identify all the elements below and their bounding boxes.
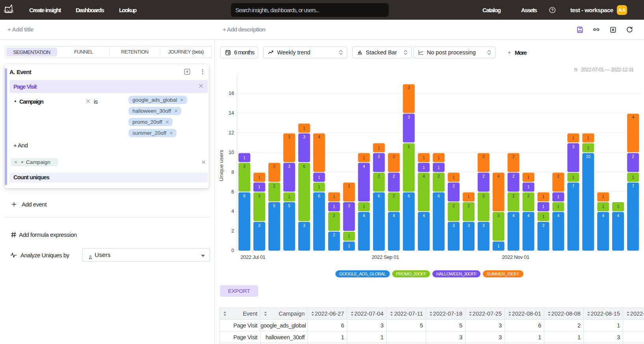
svg-text:5: 5 — [408, 145, 410, 149]
svg-text:3: 3 — [303, 223, 305, 228]
svg-text:8: 8 — [231, 169, 234, 175]
svg-text:2: 2 — [273, 184, 275, 188]
svg-text:2: 2 — [452, 204, 455, 208]
svg-text:1: 1 — [423, 165, 425, 170]
svg-text:3: 3 — [303, 135, 305, 139]
svg-text:1: 1 — [258, 185, 261, 189]
svg-text:2022 Jul 01: 2022 Jul 01 — [240, 254, 265, 260]
svg-text:2: 2 — [437, 174, 440, 179]
svg-text:5: 5 — [273, 204, 275, 208]
svg-text:1: 1 — [348, 234, 350, 238]
svg-text:1: 1 — [572, 175, 575, 180]
svg-text:3: 3 — [467, 223, 470, 228]
svg-text:1: 1 — [437, 156, 440, 160]
svg-text:1: 1 — [452, 175, 455, 180]
svg-text:0: 0 — [231, 248, 234, 253]
svg-text:2: 2 — [231, 228, 234, 234]
svg-text:2: 2 — [393, 194, 395, 198]
svg-text:4: 4 — [527, 214, 530, 218]
svg-text:7: 7 — [632, 184, 634, 188]
svg-text:1: 1 — [423, 156, 425, 160]
svg-text:4: 4 — [557, 214, 560, 218]
svg-text:1: 1 — [527, 185, 530, 189]
svg-text:1: 1 — [632, 175, 634, 180]
svg-text:10: 10 — [229, 150, 234, 155]
svg-text:14: 14 — [229, 110, 234, 116]
svg-text:1: 1 — [258, 175, 261, 180]
svg-text:3: 3 — [542, 223, 545, 228]
svg-text:1: 1 — [363, 205, 365, 209]
svg-text:2: 2 — [512, 194, 515, 198]
svg-text:1: 1 — [378, 146, 380, 150]
svg-text:3: 3 — [348, 204, 350, 208]
svg-text:2: 2 — [333, 233, 335, 237]
svg-text:1: 1 — [617, 205, 619, 209]
svg-text:4: 4 — [423, 174, 425, 179]
svg-text:1: 1 — [437, 165, 440, 170]
svg-text:3: 3 — [482, 194, 485, 198]
svg-text:4: 4 — [423, 214, 425, 218]
svg-text:16: 16 — [229, 91, 234, 96]
svg-text:3: 3 — [288, 164, 290, 169]
svg-text:1: 1 — [363, 156, 365, 160]
svg-text:3: 3 — [452, 223, 455, 228]
svg-text:Unique users: Unique users — [218, 150, 224, 181]
svg-text:4: 4 — [363, 214, 365, 218]
svg-text:1: 1 — [288, 195, 290, 199]
svg-text:6: 6 — [303, 164, 305, 169]
svg-text:1: 1 — [318, 175, 320, 180]
svg-text:2: 2 — [482, 154, 485, 159]
svg-text:2: 2 — [482, 174, 485, 179]
svg-text:2: 2 — [527, 194, 530, 198]
svg-text:4: 4 — [318, 135, 320, 139]
svg-text:3: 3 — [288, 135, 290, 139]
svg-text:1: 1 — [527, 175, 530, 180]
svg-text:1: 1 — [542, 214, 545, 219]
svg-text:3: 3 — [497, 214, 500, 218]
svg-text:1: 1 — [303, 126, 305, 130]
svg-text:6: 6 — [231, 189, 234, 195]
svg-text:2: 2 — [348, 184, 350, 188]
svg-text:4: 4 — [617, 214, 619, 218]
svg-text:1: 1 — [467, 195, 470, 199]
svg-text:3: 3 — [572, 145, 575, 149]
svg-text:2: 2 — [273, 164, 275, 169]
svg-text:10: 10 — [586, 154, 591, 159]
svg-text:2022 Nov 01: 2022 Nov 01 — [502, 254, 529, 260]
svg-text:2: 2 — [378, 154, 380, 159]
svg-text:6: 6 — [437, 194, 440, 198]
svg-text:4: 4 — [632, 115, 634, 119]
svg-text:2: 2 — [467, 204, 470, 208]
svg-text:7: 7 — [572, 184, 575, 188]
svg-text:3: 3 — [408, 86, 410, 90]
svg-text:3: 3 — [258, 223, 261, 228]
svg-text:4: 4 — [393, 214, 395, 218]
svg-text:2: 2 — [393, 154, 395, 159]
svg-text:4: 4 — [602, 214, 605, 218]
svg-text:6: 6 — [408, 194, 410, 198]
svg-text:12: 12 — [229, 130, 234, 136]
svg-text:1: 1 — [587, 136, 590, 140]
svg-text:2: 2 — [378, 174, 380, 179]
svg-text:1: 1 — [348, 244, 350, 248]
svg-text:1: 1 — [602, 205, 605, 209]
svg-text:2: 2 — [393, 174, 395, 179]
svg-text:1: 1 — [557, 205, 560, 209]
svg-text:1: 1 — [587, 146, 590, 150]
svg-text:1: 1 — [557, 195, 560, 199]
svg-text:2: 2 — [512, 174, 515, 179]
svg-text:4: 4 — [497, 174, 500, 179]
svg-text:1: 1 — [333, 205, 335, 209]
svg-text:5: 5 — [288, 204, 290, 208]
svg-text:1: 1 — [542, 205, 545, 209]
svg-text:2: 2 — [333, 214, 335, 218]
svg-text:6: 6 — [318, 194, 320, 198]
svg-text:6: 6 — [378, 194, 380, 198]
svg-text:2: 2 — [632, 154, 634, 159]
svg-text:3: 3 — [482, 223, 485, 228]
svg-text:2022 Sep 01: 2022 Sep 01 — [372, 254, 399, 260]
svg-text:2: 2 — [452, 184, 455, 188]
svg-text:1: 1 — [333, 195, 335, 199]
svg-text:1: 1 — [542, 195, 545, 199]
svg-text:1: 1 — [243, 156, 246, 160]
